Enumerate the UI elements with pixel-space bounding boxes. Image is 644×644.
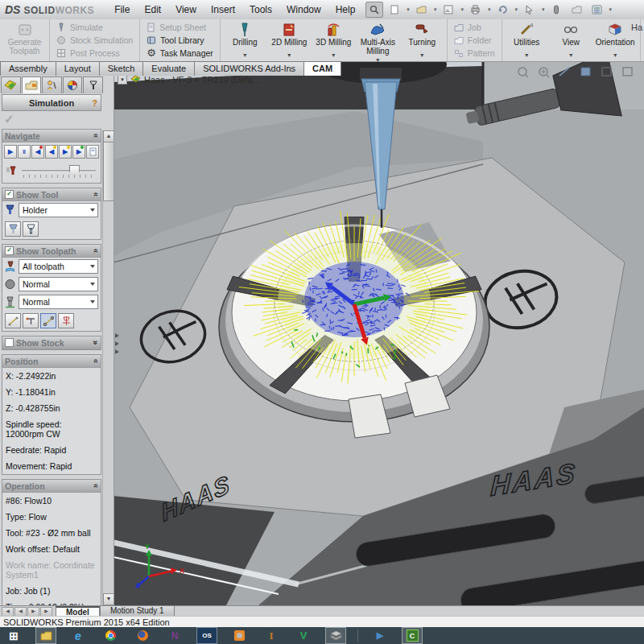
feature-tree-tab[interactable] xyxy=(1,76,21,93)
collapse-chevron-icon[interactable]: » xyxy=(92,249,101,254)
show-tool-checkbox[interactable]: ✓ xyxy=(5,190,14,199)
v-app-icon[interactable]: V xyxy=(293,627,314,644)
2d-milling-button[interactable]: 2D Milling ▾ xyxy=(267,20,312,60)
collapse-chevron-icon[interactable]: » xyxy=(92,134,101,138)
tool-display-select[interactable]: Holder xyxy=(19,203,98,217)
navigate-header[interactable]: Navigate » xyxy=(2,130,101,142)
folder-button[interactable]: Folder xyxy=(450,35,499,46)
toolpath-tool-axis-toggle[interactable] xyxy=(58,313,74,328)
3d-viewport[interactable]: HAAS HAAS Y X xyxy=(114,61,644,605)
task-manager-button[interactable]: ⚙Task Manager xyxy=(142,47,217,59)
show-tool-header[interactable]: ✓ Show Tool » xyxy=(2,188,101,201)
simulate-button[interactable]: Simulate xyxy=(52,22,137,33)
arrow-app-icon[interactable]: ▶ xyxy=(369,627,390,644)
chrome-icon[interactable] xyxy=(100,627,121,644)
pattern-button[interactable]: Pattern xyxy=(450,47,499,59)
operation-tree-tab[interactable] xyxy=(22,76,42,93)
drilling-button[interactable]: Drilling ▾ xyxy=(223,20,267,60)
tab-cam[interactable]: CAM xyxy=(303,61,341,76)
setup-sheet-button[interactable]: Setup Sheet xyxy=(142,22,217,33)
toolpath-display-select[interactable]: All toolpath xyxy=(19,259,98,274)
show-stock-header[interactable]: Show Stock » xyxy=(2,336,101,349)
collapse-chevron-icon[interactable]: » xyxy=(92,192,101,197)
start-button[interactable]: ⊞ xyxy=(3,627,24,644)
make-drawing-icon[interactable] xyxy=(440,2,457,18)
toolpath-links-toggle[interactable] xyxy=(40,313,56,328)
position-header[interactable]: Position » xyxy=(2,355,101,368)
pause-button[interactable]: ‖ xyxy=(18,145,31,159)
tree-expand-icon[interactable]: ▾ xyxy=(118,75,127,85)
play-button[interactable]: ▶ xyxy=(4,145,17,159)
stock-simulation-button[interactable]: Stock Simulation xyxy=(52,35,137,46)
scroll-down-icon[interactable]: ▼ xyxy=(103,593,114,605)
collapse-chevron-icon[interactable]: » xyxy=(92,484,101,489)
menu-tools[interactable]: Tools xyxy=(242,0,279,19)
step-forward-button[interactable]: ▶ xyxy=(59,145,72,159)
view-caret-icon[interactable]: ▾ xyxy=(569,51,572,60)
turning-caret-icon[interactable]: ▾ xyxy=(420,51,423,60)
menu-window[interactable]: Window xyxy=(279,0,328,19)
menu-view[interactable]: View xyxy=(168,0,204,19)
tools-tab[interactable] xyxy=(42,76,62,93)
tab-assembly[interactable]: Assembly xyxy=(0,61,56,76)
3d-milling-caret-icon[interactable]: ▾ xyxy=(332,51,335,60)
options-icon[interactable] xyxy=(588,2,605,18)
firefox-icon[interactable] xyxy=(132,627,153,644)
simulation-tab[interactable] xyxy=(83,76,103,93)
os-app-icon[interactable]: OS xyxy=(196,627,217,644)
menu-edit[interactable]: Edit xyxy=(137,0,168,19)
view-button[interactable]: View ▾ xyxy=(549,20,593,60)
stock-display-select[interactable]: Normal xyxy=(19,277,98,291)
search-icon[interactable] xyxy=(365,2,383,18)
menu-file[interactable]: File xyxy=(107,0,137,19)
step-back-button[interactable]: ◀ xyxy=(45,145,58,159)
machine-tab[interactable] xyxy=(63,76,83,93)
ok-checkmark-icon[interactable]: ✓ xyxy=(0,111,103,127)
utilities-caret-icon[interactable]: ▾ xyxy=(525,51,528,60)
undo-icon[interactable] xyxy=(493,2,511,18)
panel-scrollbar[interactable]: ▲ ▼ xyxy=(102,130,114,605)
orange-app-icon[interactable] xyxy=(229,627,250,644)
new-document-icon[interactable] xyxy=(386,2,403,18)
operation-header[interactable]: Operation » xyxy=(2,480,101,493)
multi-axis-caret-icon[interactable]: ▾ xyxy=(376,56,379,65)
tree-root-item[interactable]: Haas - VF-3 + TR210 (Defa... xyxy=(144,75,260,85)
show-stock-checkbox[interactable] xyxy=(5,338,14,347)
tab-layout[interactable]: Layout xyxy=(56,61,99,76)
job-button[interactable]: Job xyxy=(450,22,499,33)
menu-insert[interactable]: Insert xyxy=(204,0,242,19)
i-app-icon[interactable]: I xyxy=(261,627,282,644)
select-cursor-icon[interactable] xyxy=(521,2,539,18)
show-shank-toggle[interactable] xyxy=(23,221,39,237)
file-properties-icon[interactable] xyxy=(568,2,585,18)
drilling-caret-icon[interactable]: ▾ xyxy=(243,51,246,60)
solidworks-active-icon[interactable] xyxy=(325,627,346,644)
onenote-icon[interactable]: N xyxy=(164,627,185,644)
tool-shade-select[interactable]: Normal xyxy=(19,295,98,309)
rebuild-icon[interactable] xyxy=(547,2,565,18)
tab-sketch[interactable]: Sketch xyxy=(99,61,143,76)
tool-library-button[interactable]: Tool Library xyxy=(142,35,217,46)
show-holder-toggle[interactable] xyxy=(5,221,21,237)
turning-button[interactable]: Turning ▾ xyxy=(400,20,444,60)
expand-chevron-icon[interactable]: » xyxy=(92,341,101,345)
show-toolpath-header[interactable]: ✓ Show Toolpath » xyxy=(2,245,101,258)
utilities-button[interactable]: Utilities ▾ xyxy=(505,20,549,60)
toolpath-segments-toggle[interactable] xyxy=(23,313,39,328)
tab-evaluate[interactable]: Evaluate xyxy=(142,61,194,76)
help-icon[interactable]: ? xyxy=(92,98,97,108)
skip-to-end-button[interactable]: ▶ xyxy=(72,145,85,159)
menu-help[interactable]: Help xyxy=(328,0,363,19)
file-explorer-icon[interactable] xyxy=(35,627,56,644)
collapse-chevron-icon[interactable]: » xyxy=(92,359,101,364)
simulation-progress-slider[interactable] xyxy=(22,165,96,176)
orientation-caret-icon[interactable]: ▾ xyxy=(613,51,617,60)
scroll-up-icon[interactable]: ▲ xyxy=(103,130,114,142)
internet-explorer-icon[interactable]: e xyxy=(68,627,89,644)
goto-operation-button[interactable] xyxy=(86,145,99,159)
open-icon[interactable] xyxy=(413,2,431,18)
post-process-button[interactable]: Post Process xyxy=(52,47,137,59)
print-icon[interactable] xyxy=(467,2,485,18)
tab-solidworks-addins[interactable]: SOLIDWORKS Add-Ins xyxy=(194,61,303,76)
2d-milling-caret-icon[interactable]: ▾ xyxy=(287,51,291,60)
